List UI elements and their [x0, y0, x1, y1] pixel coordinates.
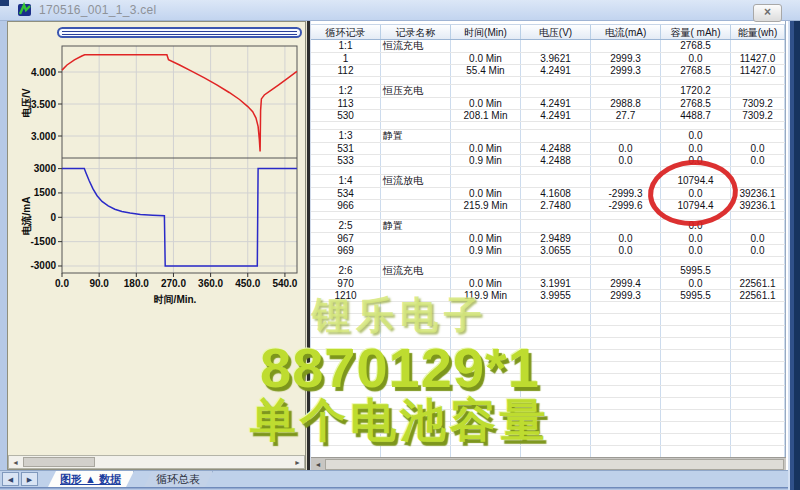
table-cell: 0.0: [661, 245, 731, 256]
table-cell: [661, 302, 731, 313]
table-group-row[interactable]: 2:5静置0.0: [311, 220, 785, 233]
table-cell: [521, 446, 591, 457]
table-cell: [731, 130, 785, 142]
table-cell: [731, 85, 785, 97]
table-cell: [731, 220, 785, 232]
column-header[interactable]: 时间(Min): [451, 25, 521, 39]
table-cell: [521, 302, 591, 313]
tab-scroll-left-button[interactable]: ◀: [2, 472, 19, 486]
table-cell: 3.9955: [521, 290, 591, 301]
column-header[interactable]: 记录名称: [381, 25, 451, 39]
table-cell: [311, 302, 381, 313]
table-row[interactable]: 9700.0 Min3.19912999.40.022561.1: [311, 278, 785, 290]
table-cell: [381, 362, 451, 373]
table-cell: 208.1 Min: [451, 110, 521, 121]
table-cell: [591, 212, 661, 219]
table-row[interactable]: 11255.4 Min4.24912999.32768.511427.0: [311, 65, 785, 77]
table-group-row[interactable]: 1:1恒流充电2768.5: [311, 40, 785, 53]
table-cell: [381, 434, 451, 445]
table-cell: [381, 53, 451, 64]
table-cell: [591, 446, 661, 457]
table-group-row[interactable]: 2:6恒流充电5995.5: [311, 265, 785, 278]
table-group-row[interactable]: 1:3静置0.0: [311, 130, 785, 143]
column-header[interactable]: 电流(mA): [591, 25, 661, 39]
table-group-row[interactable]: 1:2恒压充电1720.2: [311, 85, 785, 98]
table-cell: 恒压充电: [381, 85, 451, 97]
tab-scroll-right-button[interactable]: ▶: [21, 472, 38, 486]
table-cell: 39236.1: [731, 200, 785, 211]
table-cell: 4.2491: [521, 65, 591, 76]
table-empty-row: [311, 350, 785, 362]
table-cell: 0.0 Min: [451, 143, 521, 154]
table-cell: [591, 314, 661, 325]
table-cell: 5995.5: [661, 265, 731, 277]
table-cell: [381, 188, 451, 199]
close-button[interactable]: ×: [753, 4, 782, 22]
app-window: 170516_001_1_3.cel × 循环记录记录名称时间(Min)电压(V…: [0, 0, 800, 490]
table-cell: [311, 326, 381, 337]
table-empty-row: [311, 326, 785, 338]
table-hscrollbar[interactable]: ◄: [311, 457, 786, 470]
table-cell: [731, 362, 785, 373]
column-header[interactable]: 容量( mAh): [661, 25, 731, 39]
table-cell: [731, 422, 785, 433]
table-row[interactable]: 1210119.9 Min3.99552999.35995.522561.1: [311, 290, 785, 302]
chart-hscrollbar-thumb[interactable]: [23, 457, 95, 467]
table-hscrollbar-thumb[interactable]: [325, 459, 784, 470]
table-cell: [381, 233, 451, 244]
table-cell: 0.0 Min: [451, 233, 521, 244]
table-cell: [311, 422, 381, 433]
table-cell: [451, 85, 521, 97]
table-cell: [381, 446, 451, 457]
table-cell: [381, 326, 451, 337]
column-header[interactable]: 能量(wh): [731, 25, 785, 39]
table-cell: 4.2491: [521, 98, 591, 109]
table-cell: 3.9621: [521, 53, 591, 64]
table-cell: [521, 167, 591, 174]
table-cell: [451, 362, 521, 373]
table-row[interactable]: 9670.0 Min2.94890.00.00.0: [311, 233, 785, 245]
table-cell: 1:1: [311, 40, 381, 52]
table-cell: [661, 386, 731, 397]
table-row[interactable]: 530208.1 Min4.249127.74488.77309.2: [311, 110, 785, 122]
table-cell: 静置: [381, 220, 451, 232]
table-cell: [731, 338, 785, 349]
table-cell: 11427.0: [731, 53, 785, 64]
table-cell: [661, 314, 731, 325]
table-cell: 534: [311, 188, 381, 199]
column-header[interactable]: 电压(V): [521, 25, 591, 39]
tab-cycle-summary[interactable]: 循环总表: [144, 471, 213, 487]
chart-hscrollbar[interactable]: ◄ ►: [8, 455, 305, 469]
table-cell: [381, 65, 451, 76]
table-cell: [311, 338, 381, 349]
table-cell: [451, 350, 521, 361]
close-icon: ×: [764, 5, 771, 19]
table-cell: 4.2488: [521, 143, 591, 154]
table-cell: 5995.5: [661, 290, 731, 301]
table-cell: [311, 362, 381, 373]
scroll-left-icon[interactable]: ◄: [9, 459, 22, 466]
table-row[interactable]: 9690.9 Min3.06550.00.00.0: [311, 245, 785, 257]
table-row[interactable]: 5310.0 Min4.24880.00.00.0: [311, 143, 785, 155]
table-cell: [521, 362, 591, 373]
table-cell: 2999.3: [591, 53, 661, 64]
table-row[interactable]: 1130.0 Min4.24912988.82768.57309.2: [311, 98, 785, 110]
table-cell: 2768.5: [661, 40, 731, 52]
tab-graph-data[interactable]: 图形 ▲ 数据: [48, 471, 134, 487]
table-cell: 0.0: [731, 155, 785, 166]
scroll-left-icon[interactable]: ◄: [311, 461, 325, 468]
table-cell: 215.9 Min: [451, 200, 521, 211]
table-cell: [731, 326, 785, 337]
table-cell: [591, 130, 661, 142]
table-cell: 1:4: [311, 175, 381, 187]
table-row[interactable]: 10.0 Min3.96212999.30.011427.0: [311, 53, 785, 65]
table-cell: 531: [311, 143, 381, 154]
table-cell: [521, 212, 591, 219]
scroll-right-icon[interactable]: ►: [291, 459, 304, 466]
table-cell: [451, 220, 521, 232]
column-header[interactable]: 循环记录: [311, 25, 381, 39]
table-cell: [661, 350, 731, 361]
chart-range-slider[interactable]: [57, 27, 302, 38]
table-cell: [381, 110, 451, 121]
table-empty-row: [311, 338, 785, 350]
